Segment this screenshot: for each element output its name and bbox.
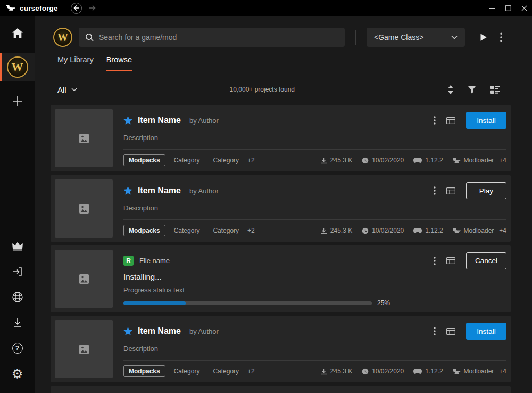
modpacks-badge[interactable]: Modpacks [123, 225, 165, 236]
modpacks-badge[interactable]: Modpacks [123, 154, 165, 166]
sidebar-item-help[interactable]: ? [0, 335, 35, 361]
progress-percent-label: 25% [377, 299, 390, 307]
category-link[interactable]: Category [213, 367, 239, 375]
play-game-icon[interactable] [480, 33, 487, 42]
favorite-star-icon[interactable] [123, 186, 132, 195]
modpacks-badge[interactable]: Modpacks [123, 365, 165, 377]
progress-bar [123, 301, 372, 305]
installing-status-title: Installing... [123, 272, 506, 281]
downloads-value: 245.3 K [330, 367, 352, 375]
install-button[interactable]: Install [466, 112, 506, 129]
search-input[interactable] [99, 33, 338, 42]
sidebar-item-settings[interactable]: ⚙ [0, 361, 35, 387]
anvil-icon [453, 228, 461, 234]
download-count-icon [320, 368, 327, 375]
progress-status-text: Progress status text [123, 286, 506, 294]
sidebar-item-import[interactable] [0, 259, 35, 284]
game-class-dropdown[interactable]: <Game Class> [367, 28, 465, 47]
project-thumbnail [55, 109, 113, 167]
project-footer: Modpacks Category Category +2 245.3 K [123, 360, 506, 377]
category-link[interactable]: Category [174, 227, 200, 234]
all-filter-dropdown[interactable]: All [57, 85, 77, 94]
installing-card[interactable]: R File name Cancel [51, 245, 511, 312]
titlebar: curseforge [0, 0, 532, 16]
filter-icons [447, 85, 500, 94]
help-icon: ? [12, 343, 23, 354]
version-value: 1.12.2 [425, 157, 443, 164]
topbar: W <Game Class> [35, 16, 532, 47]
sidebar-item-wow[interactable]: W [0, 53, 35, 81]
sort-icon[interactable] [447, 85, 454, 94]
downloads-stat: 245.3 K [320, 157, 352, 164]
downloads-stat: 245.3 K [320, 367, 352, 375]
category-link[interactable]: Category [213, 157, 239, 164]
date-value: 10/02/2020 [372, 157, 404, 164]
project-card-body: Item Name by Author Install [113, 109, 506, 167]
sidebar-item-add-game[interactable] [0, 88, 35, 114]
date-stat: 10/02/2020 [362, 367, 404, 375]
category-link[interactable]: Category [174, 367, 200, 375]
forward-arrow-icon[interactable] [88, 5, 96, 11]
play-button[interactable]: Play [466, 182, 506, 199]
card-actions: Install [434, 323, 506, 340]
progress-bar-fill [123, 301, 186, 305]
file-name: File name [139, 257, 170, 265]
tab-my-library[interactable]: My Library [57, 55, 94, 71]
table-view-icon[interactable] [446, 117, 455, 124]
modloader-value: Modloader [464, 157, 494, 164]
sidebar-bottom-group: ? ⚙ [0, 233, 35, 393]
back-arrow-icon[interactable] [71, 3, 82, 14]
project-card[interactable]: Item Name by Author Install [51, 105, 511, 171]
project-card-body: Item Name by Author Play [113, 179, 506, 238]
tab-bar: My Library Browse [35, 55, 532, 71]
minimize-icon[interactable] [484, 0, 500, 16]
version-value: 1.12.2 [425, 367, 443, 375]
category-link[interactable]: Category [213, 227, 239, 234]
favorite-star-icon[interactable] [123, 116, 132, 125]
gamepad-icon [413, 228, 422, 234]
card-actions: Play [434, 182, 506, 199]
more-menu-icon[interactable] [500, 32, 502, 42]
search-box [79, 28, 345, 47]
date-value: 10/02/2020 [372, 227, 404, 234]
project-card[interactable]: Item Name by Author Install [51, 316, 511, 382]
view-mode-icon[interactable] [490, 86, 500, 94]
project-thumbnail [55, 250, 113, 308]
close-icon[interactable] [516, 0, 532, 16]
more-options-icon[interactable] [434, 327, 436, 335]
favorite-star-icon[interactable] [123, 327, 132, 335]
project-author: by Author [189, 328, 219, 335]
sidebar-item-downloads[interactable] [0, 310, 35, 335]
table-view-icon[interactable] [446, 328, 455, 335]
sidebar-item-home[interactable] [0, 20, 35, 46]
anvil-icon [453, 158, 461, 163]
installing-card-body: R File name Cancel [113, 250, 506, 308]
release-type-badge: R [123, 256, 134, 266]
search-icon [85, 33, 94, 42]
project-description: Description [123, 204, 506, 212]
maximize-icon[interactable] [500, 0, 516, 16]
project-author: by Author [189, 117, 219, 125]
cancel-button[interactable]: Cancel [466, 252, 506, 269]
filter-funnel-icon[interactable] [468, 86, 476, 94]
modloader-more: +4 [499, 157, 506, 164]
more-options-icon[interactable] [434, 257, 436, 265]
project-card-body: Item Name by Author Install [113, 320, 506, 378]
downloads-stat: 245.3 K [320, 227, 352, 234]
more-options-icon[interactable] [434, 116, 436, 125]
category-link[interactable]: Category [174, 157, 200, 164]
download-count-icon [320, 157, 327, 164]
table-view-icon[interactable] [446, 187, 455, 194]
more-options-icon[interactable] [434, 186, 436, 195]
sidebar-item-rewards[interactable] [0, 233, 35, 259]
sidebar-item-browse-web[interactable] [0, 284, 35, 310]
modloader-value: Modloader [464, 367, 494, 375]
table-view-icon[interactable] [446, 257, 455, 264]
modloader-stat: Modloader +4 [453, 227, 506, 234]
install-button[interactable]: Install [466, 323, 506, 340]
brand: curseforge [0, 4, 63, 12]
project-card[interactable]: Item Name by Author Play [51, 175, 511, 242]
app-body: W [0, 16, 532, 393]
downloads-value: 245.3 K [330, 227, 352, 234]
tab-browse[interactable]: Browse [106, 55, 132, 71]
